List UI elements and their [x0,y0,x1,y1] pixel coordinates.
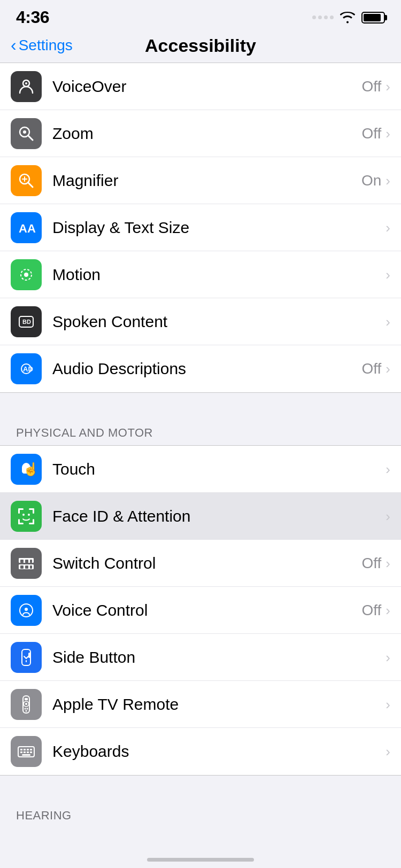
svg-point-11 [24,273,28,277]
svg-rect-50 [20,749,22,750]
side-button-icon [11,642,42,673]
voice-control-label: Voice Control [52,601,148,619]
svg-line-4 [28,135,33,140]
spoken-content-content: Spoken Content › [52,313,390,331]
display-text-size-icon: AA [11,212,42,243]
signal-icon [312,15,334,19]
svg-rect-53 [30,749,32,750]
display-text-size-label: Display & Text Size [52,219,189,237]
voice-control-value: Off [361,602,381,619]
svg-rect-51 [24,749,26,750]
voice-control-chevron: › [385,603,390,617]
keyboards-item[interactable]: Keyboards › [0,728,401,775]
display-text-size-chevron: › [385,221,390,235]
voice-control-right: Off › [361,602,390,619]
svg-point-25 [22,514,25,516]
touch-icon: ☝ [11,454,42,485]
keyboards-content: Keyboards › [52,742,390,761]
back-button[interactable]: ‹ Settings [11,37,73,54]
motion-icon [11,259,42,290]
svg-rect-35 [25,565,28,569]
apple-tv-remote-right: › [385,698,390,711]
magnifier-right: On › [361,172,390,189]
status-bar: 4:36 [0,0,401,32]
svg-point-3 [23,130,26,134]
svg-rect-31 [20,560,24,563]
zoom-item[interactable]: Zoom Off › [0,110,401,157]
svg-rect-54 [20,751,22,753]
zoom-content: Zoom Off › [52,125,390,143]
keyboards-chevron: › [385,745,390,758]
touch-chevron: › [385,462,390,476]
home-indicator [147,858,254,862]
hearing-separator [0,776,401,797]
svg-text:☝: ☝ [23,461,36,477]
voiceover-icon [11,71,42,102]
face-id-content: Face ID & Attention › [52,507,390,525]
svg-rect-24 [33,519,34,524]
side-button-content: Side Button › [52,648,390,666]
svg-rect-22 [18,519,20,524]
spoken-content-item[interactable]: BD Spoken Content › [0,298,401,345]
voiceover-right: Off › [361,78,390,95]
svg-rect-36 [30,565,32,569]
svg-text:BD: BD [22,319,31,325]
svg-rect-52 [27,749,29,750]
switch-control-label: Switch Control [52,554,156,572]
hearing-header: HEARING [0,797,401,828]
svg-text:AA: AA [19,222,36,235]
spoken-content-label: Spoken Content [52,313,167,331]
magnifier-value: On [361,172,381,189]
audio-descriptions-value: Off [361,360,381,377]
switch-control-item[interactable]: Switch Control Off › [0,540,401,587]
apple-tv-remote-chevron: › [385,698,390,711]
magnifier-chevron: › [385,174,390,188]
side-button-label: Side Button [52,648,135,666]
physical-motor-separator [0,393,401,414]
apple-tv-remote-label: Apple TV Remote [52,695,179,714]
zoom-right: Off › [361,125,390,142]
spoken-content-icon: BD [11,306,42,337]
page-title: Accessibility [145,35,256,56]
display-text-size-content: Display & Text Size › [52,219,390,237]
switch-control-chevron: › [385,556,390,570]
audio-descriptions-icon: AD [11,353,42,384]
motion-item[interactable]: Motion › [0,251,401,298]
zoom-label: Zoom [52,125,94,143]
svg-point-47 [27,708,28,709]
display-text-size-right: › [385,221,390,235]
switch-control-icon [11,548,42,579]
switch-control-content: Switch Control Off › [52,554,390,572]
spoken-content-chevron: › [385,315,390,329]
voiceover-item[interactable]: VoiceOver Off › [0,63,401,110]
touch-label: Touch [52,460,95,478]
motion-content: Motion › [52,266,390,284]
side-button-item[interactable]: Side Button › [0,634,401,681]
svg-rect-56 [27,751,29,753]
svg-rect-57 [30,751,32,753]
vision-section: VoiceOver Off › Zoom Off › [0,63,401,393]
voice-control-item[interactable]: Voice Control Off › [0,587,401,634]
back-chevron-icon: ‹ [11,36,17,53]
motion-label: Motion [52,266,101,284]
audio-descriptions-item[interactable]: AD Audio Descriptions Off › [0,345,401,392]
keyboards-label: Keyboards [52,742,129,761]
touch-item[interactable]: ☝ Touch › [0,446,401,493]
back-label: Settings [19,37,73,54]
switch-control-right: Off › [361,555,390,572]
svg-line-6 [28,182,33,187]
svg-rect-32 [25,560,28,563]
display-text-size-item[interactable]: AA Display & Text Size › [0,204,401,251]
audio-descriptions-right: Off › [361,360,390,377]
physical-motor-header: PHYSICAL AND MOTOR [0,414,401,445]
magnifier-item[interactable]: Magnifier On › [0,157,401,204]
audio-descriptions-chevron: › [385,362,390,376]
svg-point-46 [25,708,26,709]
switch-control-value: Off [361,555,381,572]
face-id-right: › [385,509,390,523]
side-button-right: › [385,650,390,664]
apple-tv-remote-item[interactable]: Apple TV Remote › [0,681,401,728]
side-button-chevron: › [385,650,390,664]
magnifier-label: Magnifier [52,172,118,190]
face-id-item[interactable]: Face ID & Attention › [0,493,401,540]
